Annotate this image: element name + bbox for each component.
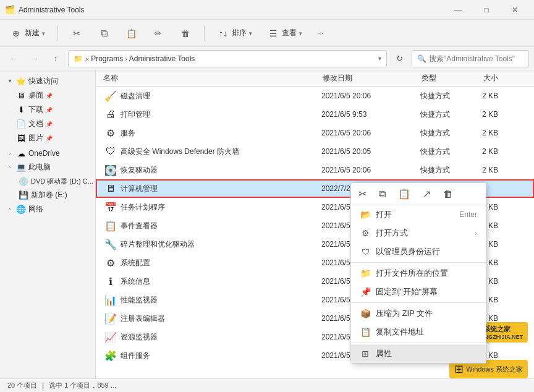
file-cell-name: 🧹 磁盘清理 bbox=[104, 90, 321, 102]
toolbar-sep-2 bbox=[204, 26, 205, 41]
search-box[interactable]: 🔍 bbox=[412, 50, 529, 67]
sidebar-item-network[interactable]: › 🌐 网络 bbox=[1, 202, 94, 216]
file-list-header: 名称 修改日期 类型 大小 bbox=[96, 70, 534, 87]
paste-button[interactable]: 📋 bbox=[120, 25, 142, 42]
file-row[interactable]: 🛡 高级安全 Windows Defender 防火墙 2021/6/5 20:… bbox=[96, 142, 534, 161]
sidebar-item-onedrive[interactable]: › ☁ OneDrive bbox=[1, 147, 94, 160]
onedrive-icon: ☁ bbox=[16, 148, 26, 158]
sidebar-item-thispc[interactable]: › 💻 此电脑 bbox=[1, 160, 94, 174]
sidebar-item-pictures[interactable]: 🖼 图片 📌 bbox=[1, 131, 94, 145]
thispc-icon: 💻 bbox=[16, 163, 26, 173]
ctx-open[interactable]: 📂 打开 Enter bbox=[351, 205, 486, 224]
ctx-delete-icon[interactable]: 🗑 bbox=[441, 187, 456, 201]
ctx-openwith-icon: ⚙ bbox=[360, 228, 371, 239]
ctx-copy-icon[interactable]: ⧉ bbox=[376, 187, 388, 201]
close-button[interactable]: ✕ bbox=[501, 0, 529, 20]
status-bar: 20 个项目 | 选中 1 个项目，859 ... bbox=[0, 378, 534, 392]
downloads-icon: ⬇ bbox=[16, 105, 26, 115]
header-type[interactable]: 类型 bbox=[422, 73, 483, 83]
sidebar-item-newvolume[interactable]: 💾 新加卷 (E:) bbox=[1, 188, 94, 202]
forward-button[interactable]: → bbox=[26, 50, 43, 67]
ctx-sep-3 bbox=[351, 343, 486, 343]
file-cell-date: 2021/6/5 20:06 bbox=[321, 166, 420, 174]
more-button[interactable]: ··· bbox=[312, 27, 328, 40]
rename-button[interactable]: ✏ bbox=[147, 25, 169, 42]
sidebar-item-quick-access[interactable]: ▾ ⭐ 快速访问 bbox=[1, 74, 94, 88]
sidebar-item-desktop[interactable]: 🖥 桌面 📌 bbox=[1, 88, 94, 103]
delete-icon: 🗑 bbox=[179, 27, 192, 40]
cut-button[interactable]: ✂ bbox=[66, 25, 88, 42]
file-cell-name: 📈 资源监视器 bbox=[104, 331, 321, 343]
file-name: 事件查看器 bbox=[121, 221, 158, 231]
file-name: 打印管理 bbox=[121, 109, 150, 120]
file-name: 恢复驱动器 bbox=[121, 165, 158, 176]
maximize-button[interactable]: □ bbox=[472, 0, 501, 20]
ctx-properties[interactable]: ⊞ 属性 bbox=[351, 344, 486, 363]
ctx-share-icon[interactable]: ↗ bbox=[420, 187, 433, 201]
file-cell-name: 🖨 打印管理 bbox=[104, 108, 321, 121]
minimize-button[interactable]: — bbox=[444, 0, 472, 20]
file-row[interactable]: 🖨 打印管理 2021/6/5 9:53 快捷方式 2 KB bbox=[96, 105, 534, 124]
ctx-pin-start[interactable]: 📌 固定到"开始"屏幕 bbox=[351, 283, 486, 301]
file-row[interactable]: 💽 恢复驱动器 2021/6/5 20:06 快捷方式 2 KB bbox=[96, 161, 534, 179]
ctx-sep-1 bbox=[351, 262, 486, 263]
search-input[interactable] bbox=[429, 54, 523, 63]
sidebar: ▾ ⭐ 快速访问 🖥 桌面 📌 ⬇ 下载 📌 📄 文档 📌 🖼 图片 bbox=[0, 70, 96, 378]
header-size[interactable]: 大小 bbox=[483, 73, 527, 83]
ctx-open-icon: 📂 bbox=[360, 209, 371, 220]
file-cell-size: 2 KB bbox=[482, 314, 525, 323]
path-sep-2: › bbox=[125, 55, 127, 62]
ctx-copy-path[interactable]: 📋 复制文件地址 bbox=[351, 323, 486, 341]
up-button[interactable]: ↑ bbox=[47, 50, 64, 67]
ctx-zip-label: 压缩为 ZIP 文件 bbox=[376, 308, 477, 319]
file-icon: 📋 bbox=[104, 219, 117, 232]
file-cell-name: 📊 性能监视器 bbox=[104, 294, 321, 306]
window-controls: — □ ✕ bbox=[444, 0, 529, 20]
ctx-run-admin[interactable]: 🛡 以管理员身份运行 bbox=[351, 242, 486, 261]
network-expand-icon: › bbox=[6, 206, 14, 213]
back-button[interactable]: ← bbox=[5, 50, 22, 67]
header-date[interactable]: 修改日期 bbox=[323, 73, 422, 83]
path-sep-1: « bbox=[85, 55, 89, 62]
file-cell-size: 2 KB bbox=[482, 258, 525, 267]
ctx-runadmin-icon: 🛡 bbox=[360, 246, 371, 257]
file-icon: ⚙ bbox=[104, 257, 117, 269]
address-bar: ← → ↑ 📁 « Programs › Administrative Tool… bbox=[0, 47, 534, 70]
ctx-pin-icon: 📌 bbox=[360, 286, 371, 297]
file-cell-name: ⚙ 服务 bbox=[104, 127, 321, 139]
ctx-open-location[interactable]: 📁 打开文件所在的位置 bbox=[351, 264, 486, 283]
copy-button[interactable]: ⧉ bbox=[93, 25, 115, 42]
view-button[interactable]: ☰ 查看 ▾ bbox=[262, 25, 307, 42]
ctx-open-with[interactable]: ⚙ 打开方式 › bbox=[351, 224, 486, 242]
file-row[interactable]: 🧹 磁盘清理 2021/6/5 20:06 快捷方式 2 KB bbox=[96, 87, 534, 105]
file-cell-type: 快捷方式 bbox=[420, 147, 482, 157]
ctx-compress-zip[interactable]: 📦 压缩为 ZIP 文件 bbox=[351, 304, 486, 323]
sort-button[interactable]: ↑↓ 排序 ▾ bbox=[212, 25, 257, 42]
file-cell-type: 快捷方式 bbox=[420, 128, 482, 138]
paste-icon: 📋 bbox=[125, 27, 137, 40]
ctx-paste-icon[interactable]: 📋 bbox=[396, 187, 413, 201]
new-chevron: ▾ bbox=[42, 30, 45, 36]
file-cell-size: 2 KB bbox=[482, 166, 525, 174]
new-button[interactable]: ⊕ 新建 ▾ bbox=[5, 25, 50, 42]
file-cell-date: 2021/6/5 20:06 bbox=[321, 129, 420, 137]
sidebar-item-downloads[interactable]: ⬇ 下载 📌 bbox=[1, 103, 94, 117]
file-icon: ℹ bbox=[104, 275, 117, 288]
ctx-openwith-arrow: › bbox=[475, 229, 477, 237]
file-cell-date: 2021/6/5 20:06 bbox=[321, 92, 420, 100]
header-name[interactable]: 名称 bbox=[103, 73, 323, 83]
file-row[interactable]: ⚙ 服务 2021/6/5 20:06 快捷方式 2 KB bbox=[96, 124, 534, 142]
delete-button[interactable]: 🗑 bbox=[174, 25, 197, 42]
address-input[interactable]: 📁 « Programs › Administrative Tools ▾ bbox=[68, 50, 387, 67]
ctx-sep-2 bbox=[351, 302, 486, 303]
sidebar-item-documents[interactable]: 📄 文档 📌 bbox=[1, 117, 94, 131]
ctx-cut-icon[interactable]: ✂ bbox=[356, 187, 369, 201]
file-cell-size: 2 KB bbox=[482, 110, 525, 119]
file-cell-name: 📋 事件查看器 bbox=[104, 219, 321, 232]
file-icon: 📊 bbox=[104, 294, 117, 306]
refresh-button[interactable]: ↻ bbox=[391, 50, 408, 67]
file-cell-name: 📅 任务计划程序 bbox=[104, 201, 321, 213]
sidebar-item-dvd[interactable]: 💿 DVD 驱动器 (D:) C... bbox=[1, 174, 94, 188]
window-icon: 🗂️ bbox=[5, 5, 15, 15]
file-name: 高级安全 Windows Defender 防火墙 bbox=[121, 147, 239, 157]
